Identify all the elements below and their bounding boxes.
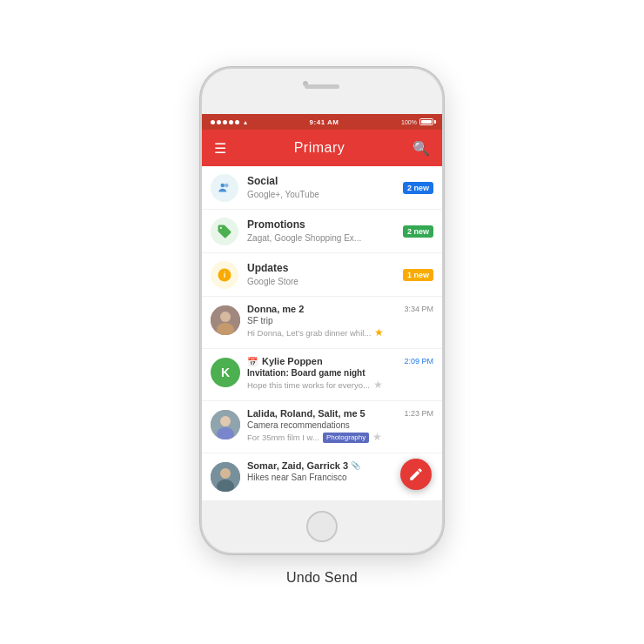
avatar-kylie: K: [211, 358, 240, 387]
attach-icon: 📎: [351, 461, 360, 470]
phone-screen: ▴ 9:41 AM 100% ☰ Primary 🔍: [202, 114, 442, 500]
social-badge: 2 new: [403, 182, 433, 194]
status-time: 9:41 AM: [310, 118, 339, 126]
promotions-icon: [211, 218, 238, 245]
signal-dot-2: [217, 120, 221, 124]
avatar-lalida: [211, 410, 240, 439]
phone-shell: ▴ 9:41 AM 100% ☰ Primary 🔍: [200, 67, 444, 554]
signal-dot-4: [229, 120, 233, 124]
svg-point-11: [220, 468, 231, 479]
menu-icon[interactable]: ☰: [211, 137, 230, 160]
time-lalida: 1:23 PM: [404, 409, 433, 418]
social-info: Social Google+, YouTube: [247, 175, 403, 200]
email-content-kylie: 📅 Kylie Poppen 2:09 PM Invitation: Board…: [247, 356, 433, 392]
promotions-sub: Zagat, Google Shopping Ex...: [247, 232, 403, 244]
preview-donna: Hi Donna, Let's grab dinner whil... ★: [247, 326, 433, 340]
svg-point-8: [220, 416, 231, 426]
email-list: Social Google+, YouTube 2 new Promotions: [202, 166, 442, 500]
subject-kylie: Invitation: Board game night: [247, 367, 433, 379]
signal-dot-5: [235, 120, 239, 124]
volume-up-button: [200, 178, 201, 208]
speaker: [305, 84, 339, 89]
calendar-icon: 📅: [247, 357, 258, 366]
promotions-name: Promotions: [247, 218, 403, 232]
preview-kylie: Hope this time works for everyo... ★: [247, 379, 433, 392]
avatar-donna: [211, 305, 240, 335]
subject-lalida: Camera recommendations: [247, 419, 433, 431]
sender-donna: Donna, me 2: [247, 304, 304, 314]
email-header-donna: Donna, me 2 3:34 PM: [247, 304, 433, 314]
updates-badge: 1 new: [403, 269, 433, 281]
email-row-lalida[interactable]: Lalida, Roland, Salit, me 5 1:23 PM Came…: [202, 401, 442, 453]
updates-name: Updates: [247, 262, 403, 276]
compose-fab[interactable]: [400, 459, 432, 490]
email-content-lalida: Lalida, Roland, Salit, me 5 1:23 PM Came…: [247, 408, 433, 445]
battery-area: 100%: [401, 118, 433, 125]
promotions-info: Promotions Zagat, Google Shopping Ex...: [247, 218, 403, 244]
battery-text: 100%: [401, 119, 417, 125]
avatar-somar: [211, 462, 240, 492]
search-icon[interactable]: 🔍: [409, 137, 433, 160]
phone-top: [202, 69, 442, 114]
power-button: [443, 156, 444, 201]
star-icon-donna[interactable]: ★: [374, 326, 384, 340]
email-header-kylie: 📅 Kylie Poppen 2:09 PM: [247, 356, 433, 366]
time-donna: 3:34 PM: [404, 305, 433, 313]
category-row-updates[interactable]: i Updates Google Store 1 new: [202, 253, 442, 297]
star-icon-kylie[interactable]: ★: [373, 379, 383, 392]
battery-fill: [421, 120, 432, 124]
sender-somar: Somar, Zaid, Garrick 3: [247, 460, 348, 471]
email-header-lalida: Lalida, Roland, Salit, me 5 1:23 PM: [247, 408, 433, 419]
wifi-icon: ▴: [244, 118, 247, 126]
social-name: Social: [247, 175, 403, 189]
toolbar-title: Primary: [230, 140, 409, 156]
social-sub: Google+, YouTube: [247, 189, 403, 200]
subject-donna: SF trip: [247, 315, 433, 326]
caption: Undo Send: [286, 570, 358, 586]
signal-dot-1: [211, 120, 215, 124]
email-content-donna: Donna, me 2 3:34 PM SF trip Hi Donna, Le…: [247, 304, 433, 340]
svg-point-1: [225, 183, 229, 187]
promotions-badge: 2 new: [403, 225, 433, 238]
sender-kylie: Kylie Poppen: [262, 356, 323, 366]
svg-point-5: [220, 312, 231, 322]
mute-button: [200, 147, 201, 169]
svg-text:i: i: [224, 271, 226, 279]
category-row-promotions[interactable]: Promotions Zagat, Google Shopping Ex... …: [202, 210, 442, 253]
svg-point-0: [221, 183, 225, 187]
social-icon: [211, 174, 238, 202]
category-row-social[interactable]: Social Google+, YouTube 2 new: [202, 166, 442, 210]
photography-tag: Photography: [323, 433, 369, 443]
battery-icon: [419, 118, 433, 125]
time-kylie: 2:09 PM: [404, 357, 433, 366]
star-icon-lalida[interactable]: ★: [372, 431, 382, 445]
email-row-kylie[interactable]: K 📅 Kylie Poppen 2:09 PM Invitation: Boa…: [202, 349, 442, 401]
updates-sub: Google Store: [247, 276, 403, 287]
app-toolbar: ☰ Primary 🔍: [202, 130, 442, 166]
page-wrapper: ▴ 9:41 AM 100% ☰ Primary 🔍: [200, 41, 444, 603]
preview-lalida: For 35mm film I w... Photography ★: [247, 431, 433, 445]
email-row-donna[interactable]: Donna, me 2 3:34 PM SF trip Hi Donna, Le…: [202, 297, 442, 349]
sender-lalida: Lalida, Roland, Salit, me 5: [247, 408, 366, 419]
volume-down-button: [200, 215, 201, 245]
updates-icon: i: [211, 261, 238, 289]
updates-info: Updates Google Store: [247, 262, 403, 287]
phone-bottom: [202, 500, 442, 553]
signal-area: ▴: [211, 118, 247, 126]
signal-dot-3: [223, 120, 227, 124]
status-bar: ▴ 9:41 AM 100%: [202, 114, 442, 130]
home-button[interactable]: [306, 511, 338, 542]
